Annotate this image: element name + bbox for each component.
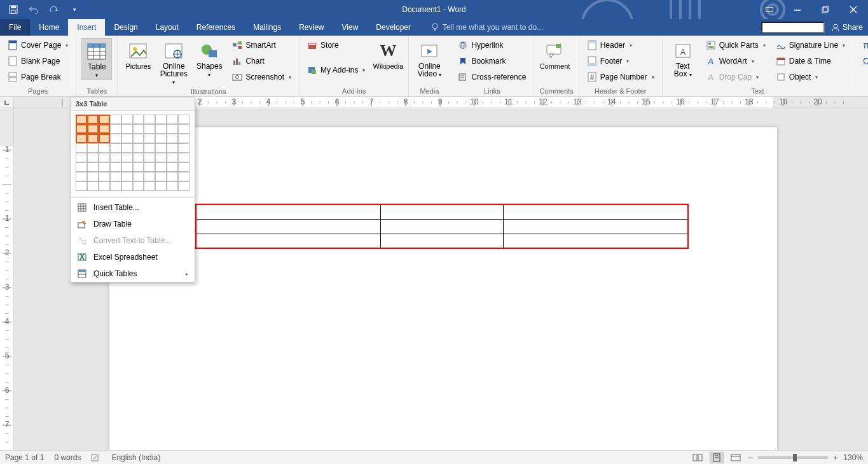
grid-cell[interactable] [155, 134, 167, 143]
zoom-in-button[interactable]: + [833, 453, 838, 463]
grid-cell[interactable] [155, 124, 167, 134]
grid-cell[interactable] [144, 153, 155, 162]
grid-cell[interactable] [87, 162, 99, 172]
grid-cell[interactable] [167, 143, 178, 153]
grid-cell[interactable] [76, 172, 87, 181]
date-time-button[interactable]: Date & Time [773, 54, 848, 68]
header-button[interactable]: Header [584, 38, 657, 52]
grid-cell[interactable] [167, 115, 178, 124]
grid-cell[interactable] [87, 153, 99, 162]
grid-cell[interactable] [144, 124, 155, 134]
grid-cell[interactable] [99, 153, 110, 162]
grid-cell[interactable] [121, 143, 133, 153]
grid-cell[interactable] [133, 115, 144, 124]
online-video-button[interactable]: OnlineVideo ▾ [414, 38, 444, 79]
grid-cell[interactable] [167, 153, 178, 162]
grid-cell[interactable] [144, 181, 155, 191]
menu-draw-table[interactable]: Draw Table [71, 216, 195, 232]
grid-cell[interactable] [99, 172, 110, 181]
shapes-button[interactable]: Shapes▾ [194, 38, 224, 79]
grid-cell[interactable] [76, 134, 87, 143]
status-language[interactable]: English (India) [111, 453, 160, 462]
cover-page-button[interactable]: Cover Page [5, 38, 71, 52]
grid-cell[interactable] [133, 172, 144, 181]
my-addins-button[interactable]: My Add-ins [305, 63, 368, 77]
grid-cell[interactable] [87, 115, 99, 124]
grid-cell[interactable] [121, 115, 133, 124]
grid-cell[interactable] [76, 124, 87, 134]
menu-insert-table[interactable]: Insert Table... [71, 199, 195, 216]
grid-cell[interactable] [99, 134, 110, 143]
tab-file[interactable]: File [0, 19, 30, 36]
grid-cell[interactable] [110, 162, 121, 172]
grid-cell[interactable] [87, 181, 99, 191]
blank-page-button[interactable]: Blank Page [5, 54, 71, 68]
grid-cell[interactable] [133, 134, 144, 143]
screenshot-button[interactable]: Screenshot [230, 70, 294, 84]
grid-cell[interactable] [99, 181, 110, 191]
grid-cell[interactable] [144, 172, 155, 181]
tell-me-search[interactable]: Tell me what you want to do... [420, 19, 543, 36]
grid-cell[interactable] [110, 124, 121, 134]
grid-cell[interactable] [99, 124, 110, 134]
zoom-slider[interactable] [758, 456, 828, 459]
grid-cell[interactable] [155, 115, 167, 124]
grid-cell[interactable] [144, 143, 155, 153]
grid-cell[interactable] [155, 162, 167, 172]
grid-cell[interactable] [110, 143, 121, 153]
grid-cell[interactable] [76, 153, 87, 162]
grid-cell[interactable] [110, 134, 121, 143]
grid-cell[interactable] [133, 181, 144, 191]
grid-cell[interactable] [155, 153, 167, 162]
vertical-ruler[interactable]: 21123456789101112 [0, 108, 14, 450]
chart-button[interactable]: Chart [230, 54, 294, 68]
undo-button[interactable] [27, 3, 41, 17]
tab-design[interactable]: Design [105, 19, 146, 36]
object-button[interactable]: Object [773, 70, 848, 84]
drop-cap-button[interactable]: ADrop Cap [703, 70, 768, 84]
grid-cell[interactable] [121, 172, 133, 181]
smartart-button[interactable]: SmartArt [230, 38, 294, 52]
view-web-layout[interactable] [729, 452, 743, 463]
grid-cell[interactable] [99, 143, 110, 153]
grid-cell[interactable] [167, 162, 178, 172]
view-read-mode[interactable] [691, 452, 705, 463]
zoom-level[interactable]: 130% [843, 453, 863, 462]
qat-customize[interactable]: ▾ [67, 3, 81, 17]
grid-cell[interactable] [155, 172, 167, 181]
title-search-input[interactable] [761, 22, 825, 33]
grid-cell[interactable] [110, 172, 121, 181]
quick-parts-button[interactable]: Quick Parts [703, 38, 768, 52]
signature-line-button[interactable]: Signature Line [773, 38, 848, 52]
page-break-button[interactable]: Page Break [5, 70, 71, 84]
grid-cell[interactable] [121, 181, 133, 191]
grid-cell[interactable] [144, 134, 155, 143]
status-words[interactable]: 0 words [54, 453, 81, 462]
grid-cell[interactable] [121, 162, 133, 172]
grid-cell[interactable] [99, 115, 110, 124]
hyperlink-button[interactable]: Hyperlink [455, 38, 528, 52]
maximize-button[interactable] [817, 3, 834, 17]
wikipedia-button[interactable]: WWikipedia [373, 38, 403, 70]
grid-cell[interactable] [155, 181, 167, 191]
tab-review[interactable]: Review [290, 19, 333, 36]
menu-excel-spreadsheet[interactable]: XExcel Spreadsheet [71, 249, 195, 265]
grid-cell[interactable] [76, 181, 87, 191]
page-number-button[interactable]: #Page Number [584, 70, 657, 84]
wordart-button[interactable]: AWordArt [703, 54, 768, 68]
grid-cell[interactable] [110, 181, 121, 191]
grid-cell[interactable] [144, 162, 155, 172]
comment-button[interactable]: Comment [539, 38, 570, 70]
tab-layout[interactable]: Layout [147, 19, 188, 36]
grid-cell[interactable] [178, 115, 189, 124]
grid-cell[interactable] [178, 143, 189, 153]
pictures-button[interactable]: Pictures [123, 38, 153, 70]
grid-cell[interactable] [121, 153, 133, 162]
status-spellcheck-icon[interactable] [91, 453, 101, 462]
view-print-layout[interactable] [710, 452, 724, 463]
grid-cell[interactable] [133, 162, 144, 172]
grid-cell[interactable] [87, 172, 99, 181]
tab-mailings[interactable]: Mailings [244, 19, 290, 36]
grid-cell[interactable] [133, 143, 144, 153]
grid-cell[interactable] [167, 134, 178, 143]
